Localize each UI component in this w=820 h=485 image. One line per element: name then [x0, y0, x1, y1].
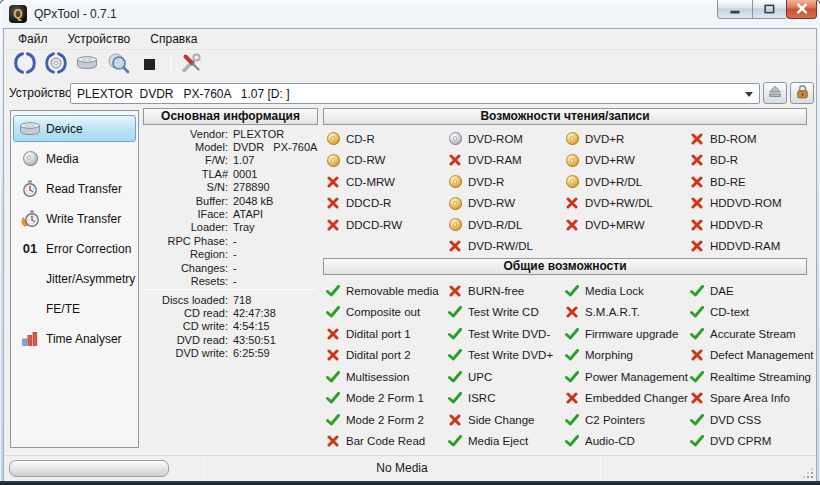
- capability-item-dvd-r: DVD+R: [565, 128, 690, 150]
- capability-label: Test Write DVD+: [468, 349, 553, 361]
- check-icon: [326, 414, 340, 426]
- capability-item-isrc: ISRC: [448, 388, 565, 410]
- capability-label: Firmware upgrade: [585, 328, 678, 340]
- toolbar-preferences-button[interactable]: [176, 51, 206, 79]
- cross-icon: [565, 306, 579, 318]
- sidebar-item-media[interactable]: Media: [13, 145, 136, 172]
- capability-item-dvd-rw-dl: DVD+RW/DL: [565, 193, 690, 215]
- capability-column: CD-RCD-RWCD-MRWDDCD-RDDCD-RW: [326, 128, 448, 257]
- cross-icon: [690, 154, 704, 166]
- capability-item-dvd-ram: DVD-RAM: [448, 150, 565, 172]
- info-field-value: -: [233, 275, 237, 287]
- write-supported-disc-icon: [448, 197, 462, 210]
- cross-icon: [690, 349, 704, 361]
- read-only-disc-icon: [448, 132, 462, 145]
- check-icon: [690, 306, 704, 318]
- check-icon: [326, 371, 340, 383]
- magnifier-disc-icon: [106, 51, 131, 79]
- capability-label: DVD-RW: [468, 197, 515, 209]
- cross-icon: [565, 197, 579, 209]
- toolbar-refresh-media-button[interactable]: [41, 51, 71, 79]
- minimize-button[interactable]: [717, 0, 752, 19]
- capability-label: DVD-RAM: [468, 154, 522, 166]
- capability-item-hddvd-r: HDDVD-R: [690, 214, 807, 236]
- sidebar-item-time-analyser[interactable]: Time Analyser: [13, 325, 136, 352]
- capability-item-didital-port-2: Didital port 2: [326, 345, 448, 367]
- cross-icon: [690, 240, 704, 252]
- check-icon: [565, 328, 579, 340]
- info-field-value: 278890: [233, 181, 270, 193]
- sidebar-item-device[interactable]: Device: [13, 115, 136, 142]
- capability-item-audio-cd: Audio-CD: [565, 431, 690, 453]
- capability-label: Realtime Streaming: [710, 371, 811, 383]
- info-field-label: S/N:: [143, 181, 228, 193]
- close-button[interactable]: [786, 0, 817, 19]
- info-field-value: 0001: [233, 168, 257, 180]
- capability-item-realtime-streaming: Realtime Streaming: [690, 366, 807, 388]
- menu-item-устройство[interactable]: Устройство: [58, 30, 141, 48]
- sidebar-test-list: DeviceMediaRead TransferWrite Transfer01…: [10, 110, 139, 448]
- capability-label: DVD CSS: [710, 414, 761, 426]
- capability-label: BD-R: [710, 154, 738, 166]
- info-field-label: IFace:: [143, 208, 228, 220]
- capability-label: DAE: [710, 285, 734, 297]
- cross-icon: [326, 219, 340, 231]
- cross-icon: [690, 133, 704, 145]
- capability-item-removable-media: Removable media: [326, 280, 448, 302]
- capability-label: Test Write CD: [468, 306, 539, 318]
- capability-item-cd-r: CD-R: [326, 128, 448, 150]
- info-row: F/W:1.07: [143, 154, 318, 167]
- capability-item-dvd-rw: DVD+RW: [565, 150, 690, 172]
- toolbar-drive-button[interactable]: [72, 51, 102, 79]
- resize-grip-icon[interactable]: [803, 468, 813, 478]
- info-field-value: 2048 kB: [233, 195, 273, 207]
- capability-label: BD-RE: [710, 176, 746, 188]
- sidebar-item-error-correction[interactable]: 01Error Correction: [13, 235, 136, 262]
- sidebar-item-fe-te[interactable]: FE/TE: [13, 295, 136, 322]
- capability-item-upc: UPC: [448, 366, 565, 388]
- sidebar-item-label: Jitter/Asymmetry: [46, 272, 135, 286]
- menu-bar: ФайлУстройствоСправка: [4, 29, 816, 50]
- info-field-value: 43:50:51: [233, 334, 276, 346]
- capability-item-cd-mrw: CD-MRW: [326, 171, 448, 193]
- toolbar: [4, 50, 816, 80]
- eject-button[interactable]: [763, 82, 787, 104]
- capability-label: Didital port 1: [346, 328, 411, 340]
- tools-icon: [179, 51, 203, 79]
- capability-label: BD-ROM: [710, 133, 757, 145]
- info-row: CD write:4:54:15: [143, 320, 318, 333]
- sidebar-item-label: Media: [46, 152, 79, 166]
- sidebar-item-read-transfer[interactable]: Read Transfer: [13, 175, 136, 202]
- check-icon: [326, 392, 340, 404]
- capability-label: DDCD-R: [346, 197, 391, 209]
- write-supported-disc-icon: [326, 154, 340, 167]
- toolbar-refresh-devices-button[interactable]: [10, 51, 40, 79]
- toolbar-scan-media-button[interactable]: [103, 51, 133, 79]
- capability-label: CD-RW: [346, 154, 385, 166]
- window-title: QPxTool - 0.7.1: [34, 7, 117, 21]
- capability-item-defect-management: Defect Management: [690, 345, 807, 367]
- capability-item-didital-port-1: Didital port 1: [326, 323, 448, 345]
- sidebar-item-write-transfer[interactable]: Write Transfer: [13, 205, 136, 232]
- check-icon: [565, 349, 579, 361]
- capability-label: Bar Code Read: [346, 435, 425, 447]
- info-row: Changes:-: [143, 261, 318, 274]
- refresh-media-icon: [44, 51, 68, 79]
- lock-button[interactable]: [790, 82, 814, 104]
- info-field-value: 1.07: [233, 154, 254, 166]
- cross-icon: [448, 414, 462, 426]
- menu-item-справка[interactable]: Справка: [140, 30, 207, 48]
- sidebar-item-jitter-asymmetry[interactable]: Jitter/Asymmetry: [13, 265, 136, 292]
- capability-label: DVD+MRW: [585, 219, 645, 231]
- device-combobox[interactable]: PLEXTOR DVDR PX-760A 1.07 [D: ]: [70, 83, 760, 104]
- capability-label: CD-R: [346, 133, 375, 145]
- toolbar-stop-button[interactable]: [134, 51, 164, 79]
- write-supported-disc-icon: [565, 175, 579, 188]
- capability-item-media-lock: Media Lock: [565, 280, 690, 302]
- capability-item-bar-code-read: Bar Code Read: [326, 431, 448, 453]
- zero-one-badge-icon: 01: [23, 241, 37, 256]
- maximize-button[interactable]: [752, 0, 786, 19]
- cross-icon: [326, 349, 340, 361]
- menu-item-файл[interactable]: Файл: [8, 30, 58, 48]
- info-field-label: Changes:: [143, 262, 228, 274]
